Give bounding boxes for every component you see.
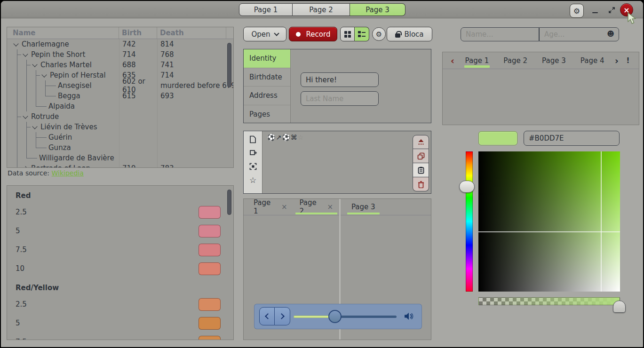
tree-connector [32,142,48,153]
sidebar-item-pages[interactable]: Pages [244,105,290,124]
grid-view-toggle[interactable] [340,27,355,41]
media-prev-button[interactable] [259,307,275,325]
wikipedia-link[interactable]: Wikipedia [52,169,84,177]
tree-row[interactable]: Charlemagne742814 [7,39,233,49]
tab-page-2[interactable]: Page 2 [496,52,535,69]
hue-slider[interactable] [466,151,473,292]
lock-button[interactable]: Bloca [387,27,432,41]
media-progress-remaining[interactable] [335,316,397,318]
media-slider-handle[interactable] [328,310,342,323]
family-treeview[interactable]: Name Birth Death Charlemagne742814Pepin … [7,27,234,168]
tree-row[interactable]: Charles Martel688741 [7,60,233,70]
tree-row[interactable]: Pepin the Short714768 [7,49,233,60]
delete-button[interactable] [413,177,429,191]
tree-birth-cell: 615 [119,92,157,100]
hex-color-input[interactable] [524,131,620,146]
color-swatch[interactable] [199,262,221,275]
tree-item-label: Begga [58,92,80,100]
tree-expander-icon[interactable] [32,60,40,70]
new-document-icon[interactable] [249,135,257,143]
color-swatch[interactable] [199,225,221,237]
last-name-field[interactable] [301,91,379,106]
color-swatch[interactable] [199,298,221,311]
age-input[interactable] [539,27,619,41]
record-button[interactable]: Record [289,27,337,41]
sidebar-item-address[interactable]: Address [244,87,290,105]
sidebar-item-identity[interactable]: Identity [244,49,290,68]
tree-expander-icon[interactable] [41,70,49,80]
tab-close-icon[interactable]: × [327,203,333,211]
tree-expander-icon[interactable] [22,49,30,60]
tree-row[interactable]: Gunza [7,142,233,153]
tab-page-3[interactable]: Page 3 [345,199,382,215]
copy-button[interactable] [413,149,429,163]
tree-expander-icon[interactable] [22,163,30,168]
grid-icon [344,31,351,38]
titlebar-gear-button[interactable]: ⚙ [570,4,584,18]
saturation-value-plane[interactable] [478,151,620,292]
titlebar-tab-page-2[interactable]: Page 2 [293,3,350,16]
list-scrollbar[interactable] [227,190,231,215]
tree-guide [13,91,22,101]
tree-row[interactable]: Ansegisel602 or 610murdered before 679 [7,80,233,91]
first-name-field[interactable] [301,72,379,87]
tree-row[interactable]: Begga615693 [7,91,233,101]
paste-icon [418,166,424,174]
focus-icon[interactable] [249,162,257,171]
column-header-birth[interactable]: Birth [119,27,157,39]
tree-row[interactable]: Rotrude [7,111,233,122]
tab-page-4[interactable]: Page 4 [573,52,612,69]
color-swatch[interactable] [199,336,221,340]
color-swatch[interactable] [199,317,221,330]
alpha-slider-handle[interactable] [613,301,626,313]
tree-expander-icon[interactable] [13,39,21,49]
settings-round-button[interactable]: ⚙ [372,27,386,41]
tab-page-3[interactable]: Page 3 [535,52,573,69]
open-button[interactable]: Open [243,27,286,41]
scale-row-label: 5 [16,227,20,235]
paste-button[interactable] [413,163,429,177]
titlebar-tab-page-3[interactable]: Page 3 [350,3,405,16]
overflow-indicator[interactable]: ! [622,56,634,65]
upload-button[interactable] [413,135,429,149]
color-button[interactable] [478,131,517,145]
hue-slider-handle[interactable] [459,181,475,193]
name-input[interactable] [461,27,539,41]
titlebar-tab-page-1[interactable]: Page 1 [239,3,293,16]
tab-scroll-right-arrow[interactable]: › [612,55,622,66]
tab-scroll-left-arrow[interactable]: ‹ [447,55,458,66]
textview-toolbar: ☆ [244,131,262,193]
column-header-name[interactable]: Name [7,27,119,39]
tree-row[interactable]: Bertrade of Laon719783 [7,163,233,168]
tree-row[interactable]: Liévin de Trèves [7,122,233,132]
screenshot-stage: Page 1Page 2Page 3 ⚙ × [0,0,644,348]
media-next-button[interactable] [275,307,290,325]
volume-button[interactable] [404,312,414,321]
tab-page-2[interactable]: Page 2× [294,199,340,215]
tree-death-cell: 814 [157,40,226,48]
tree-guide [22,132,32,142]
column-header-death[interactable]: Death [157,27,226,39]
tree-expander-icon[interactable] [22,111,30,122]
textview-content[interactable]: ⚽↗⚽⌘☆ [267,134,304,141]
tree-guide [22,91,32,101]
tree-row[interactable]: Alpaida [7,101,233,111]
tree-expander-icon[interactable] [32,122,40,132]
transform-icon[interactable] [249,149,257,157]
color-swatch[interactable] [199,206,221,219]
alpha-slider[interactable] [478,297,620,305]
tab-page-1[interactable]: Page 1× [247,199,294,215]
color-swatch[interactable] [199,244,221,256]
minimize-button[interactable] [591,6,599,14]
color-scales-list[interactable]: Red2.557.510Red/Yellow2.557.5 [7,185,234,340]
tree-row[interactable]: Willigarde de Bavière [7,153,233,163]
list-view-toggle[interactable] [355,27,369,41]
maximize-button[interactable] [607,6,616,14]
tab-close-icon[interactable]: × [281,203,287,211]
star-icon[interactable]: ☆ [249,176,257,184]
tree-scrollbar[interactable] [227,43,231,87]
tab-page-1[interactable]: Page 1 [458,52,496,69]
tree-row[interactable]: Guérin [7,132,233,142]
sidebar-item-birthdate[interactable]: Birthdate [244,68,290,87]
tree-name-cell: Ansegisel [7,80,119,91]
